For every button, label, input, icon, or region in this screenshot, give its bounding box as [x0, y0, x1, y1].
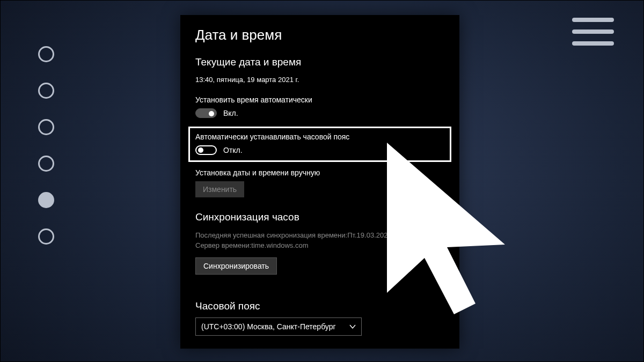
auto-time-toggle[interactable]: [195, 108, 217, 118]
auto-timezone-label: Автоматически устанавливать часовой пояс: [195, 132, 444, 141]
progress-dot-5-current[interactable]: [38, 192, 54, 208]
tutorial-slide: Дата и время Текущие дата и время 13:40,…: [0, 0, 644, 362]
auto-time-state: Вкл.: [223, 109, 238, 117]
chevron-down-icon: [349, 323, 356, 330]
progress-dot-6[interactable]: [38, 228, 54, 245]
progress-dot-1[interactable]: [38, 46, 54, 62]
menu-icon[interactable]: [572, 18, 614, 46]
progress-dot-4[interactable]: [38, 156, 54, 172]
sync-server: Сервер времени:time.windows.com: [195, 241, 444, 251]
manual-datetime-label: Установка даты и времени вручную: [195, 168, 444, 177]
highlighted-setting: Автоматически устанавливать часовой пояс…: [188, 127, 451, 162]
sync-heading: Синхронизация часов: [195, 211, 444, 223]
sync-now-button[interactable]: Синхронизировать: [195, 257, 277, 275]
timezone-selected-value: (UTC+03:00) Москва, Санкт-Петербург: [201, 322, 336, 331]
current-datetime-value: 13:40, пятница, 19 марта 2021 г.: [195, 76, 444, 84]
hamburger-bar: [572, 29, 614, 34]
timezone-heading: Часовой пояс: [195, 300, 444, 312]
progress-dot-3[interactable]: [38, 119, 54, 135]
auto-timezone-toggle[interactable]: [195, 145, 217, 155]
auto-time-label: Установить время автоматически: [195, 95, 444, 104]
sync-info: Последняя успешная синхронизация времени…: [195, 231, 444, 251]
progress-dot-2[interactable]: [38, 83, 54, 99]
hamburger-bar: [572, 41, 614, 46]
hamburger-bar: [572, 18, 614, 22]
current-datetime-heading: Текущие дата и время: [195, 56, 444, 68]
settings-panel: Дата и время Текущие дата и время 13:40,…: [180, 15, 459, 349]
sync-last-success: Последняя успешная синхронизация времени…: [195, 231, 444, 241]
toggle-knob: [209, 111, 214, 116]
change-button[interactable]: Изменить: [195, 181, 244, 197]
timezone-select[interactable]: (UTC+03:00) Москва, Санкт-Петербург: [195, 317, 362, 336]
progress-dots: [38, 46, 54, 245]
page-title: Дата и время: [195, 27, 444, 43]
toggle-knob: [198, 147, 203, 153]
auto-timezone-state: Откл.: [223, 146, 243, 154]
